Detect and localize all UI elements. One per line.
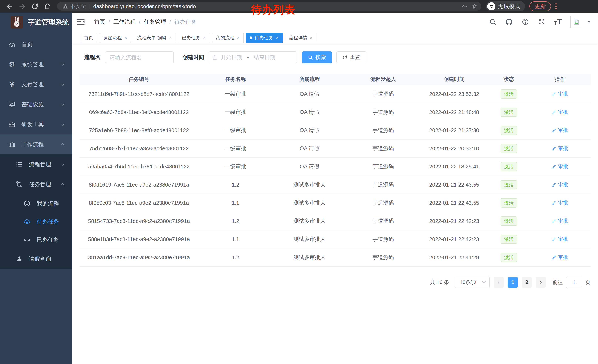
sidebar-item[interactable]: 基础设施 (0, 94, 72, 114)
page-size-select[interactable]: 10条/页 (455, 277, 490, 288)
process-starter: 芋道源码 (346, 108, 420, 116)
app-logo[interactable]: 芋道管理系统 (0, 13, 72, 32)
reset-button[interactable]: 重置 (336, 51, 366, 63)
start-date-placeholder: 开始日期 (221, 54, 242, 61)
tab[interactable]: 首页 (80, 33, 97, 43)
sidebar-item[interactable]: 首页 (0, 34, 72, 54)
status-badge: 激活 (500, 198, 517, 208)
avatar[interactable] (570, 16, 582, 28)
font-size-icon[interactable]: TT (554, 18, 562, 26)
close-icon[interactable] (310, 35, 313, 40)
sidebar-item[interactable]: 我的流程 (0, 194, 72, 212)
key-icon[interactable] (462, 3, 468, 9)
pen-icon (552, 237, 556, 242)
approve-link[interactable]: 审批 (552, 218, 568, 224)
search-icon[interactable] (489, 18, 497, 26)
sidebar-item[interactable]: ¥ 支付管理 (0, 74, 72, 94)
breadcrumb-item[interactable]: 首页 (94, 18, 105, 26)
column-header: 状态 (488, 76, 529, 83)
tab[interactable]: 流程表单-编辑 (133, 33, 176, 43)
sidebar-item[interactable]: 流程管理 (0, 154, 72, 174)
back-icon[interactable] (6, 3, 13, 10)
sidebar-item[interactable]: 研发工具 (0, 114, 72, 134)
create-time: 2022-01-22 18:25:41 (420, 164, 489, 170)
approve-link[interactable]: 审批 (552, 181, 568, 188)
incognito-label: 无痕模式 (498, 3, 520, 10)
sidebar-fold-icon[interactable] (77, 18, 85, 25)
toolbox-icon (8, 120, 16, 129)
task-table: 任务编号 任务名称 所属流程 流程发起人 创建时间 状态 操作 73211d9d… (80, 74, 590, 267)
process-name-input[interactable] (105, 51, 174, 63)
chevron-down-icon (60, 62, 65, 67)
home-icon[interactable] (44, 3, 51, 10)
close-icon[interactable] (276, 35, 279, 40)
sidebar-item[interactable]: 请假查询 (0, 249, 72, 269)
caret-down-icon[interactable] (587, 21, 591, 23)
pen-icon (552, 218, 556, 223)
incognito-icon (487, 2, 495, 10)
help-icon[interactable] (521, 18, 530, 26)
approve-link[interactable]: 审批 (552, 199, 568, 206)
approve-link[interactable]: 审批 (552, 254, 568, 260)
security-label[interactable]: 不安全 (70, 3, 86, 10)
approve-link[interactable]: 审批 (552, 90, 568, 97)
sidebar-item[interactable]: 待办任务 (0, 212, 72, 231)
chevron-down-icon (60, 122, 65, 127)
approve-link[interactable]: 审批 (552, 236, 568, 242)
sidebar-item[interactable]: 任务管理 (0, 174, 72, 194)
forward-icon[interactable] (18, 3, 26, 10)
app-frame: 芋道管理系统 首页 ⚙ 系统管理 (0, 13, 598, 364)
date-range-picker[interactable]: 开始日期 - 结束日期 (208, 51, 297, 63)
update-button[interactable]: 更新 (530, 1, 551, 11)
tab[interactable]: 我的流程 (212, 33, 244, 43)
status-badge: 激活 (500, 235, 517, 244)
create-time: 2022-01-22 20:33:10 (420, 146, 489, 152)
close-icon[interactable] (203, 35, 206, 40)
tab[interactable]: 待办任务 (246, 33, 282, 43)
page-number-button[interactable]: 1 (507, 277, 518, 288)
column-header: 所属流程 (273, 76, 346, 83)
eye-open-icon (23, 218, 31, 226)
page-number-button[interactable]: 2 (522, 277, 532, 288)
create-time: 2022-01-21 22:42:23 (420, 236, 489, 242)
breadcrumb-item[interactable]: 待办任务 (174, 18, 197, 26)
approve-link[interactable]: 审批 (552, 163, 568, 170)
process-starter: 芋道源码 (346, 90, 420, 98)
approve-link[interactable]: 审批 (552, 127, 568, 133)
approve-link[interactable]: 审批 (552, 145, 568, 152)
sidebar-item[interactable]: 工作流程 (0, 134, 72, 154)
sidebar-item[interactable]: 已办任务 (0, 231, 72, 249)
approve-link[interactable]: 审批 (552, 109, 568, 115)
process-starter: 芋道源码 (346, 254, 420, 261)
tab[interactable]: 发起流程 (99, 33, 131, 43)
github-icon[interactable] (505, 18, 513, 26)
close-icon[interactable] (169, 35, 172, 40)
flow-icon (15, 180, 23, 188)
menu-dots-icon[interactable] (555, 3, 557, 10)
close-icon[interactable] (124, 35, 127, 40)
navbar-tools: TT (489, 16, 591, 28)
reload-icon[interactable] (31, 3, 39, 10)
search-button[interactable]: 搜索 (302, 51, 332, 63)
tab[interactable]: 流程详情 (285, 33, 316, 43)
star-icon[interactable] (472, 3, 478, 9)
create-time: 2022-01-22 21:37:30 (420, 127, 489, 133)
process-starter: 芋道源码 (346, 181, 420, 188)
table-row: 381aa1dd-7ac8-11ec-a9e2-a2380e71991a 1.2… (80, 249, 590, 267)
next-page-button[interactable] (536, 277, 546, 288)
breadcrumb-item[interactable]: 工作流程 (113, 18, 136, 26)
breadcrumb-item[interactable]: 任务管理 (144, 18, 166, 26)
create-time: 2022-01-21 22:43:55 (420, 182, 489, 188)
pen-icon (552, 128, 556, 133)
annotation-overlay: 待办列表 (251, 3, 295, 17)
goto-page-input[interactable] (566, 277, 582, 288)
chevron-down-icon (60, 102, 65, 107)
close-icon[interactable] (237, 35, 240, 40)
task-name: 1.2 (198, 254, 273, 260)
table-row: 725a1eb6-7b88-11ec-8ef0-acde48001122 一级审… (80, 121, 590, 140)
sidebar-item[interactable]: ⚙ 系统管理 (0, 54, 72, 74)
column-header: 流程发起人 (346, 76, 420, 83)
fullscreen-icon[interactable] (538, 18, 546, 26)
tab[interactable]: 已办任务 (178, 33, 210, 43)
prev-page-button[interactable] (493, 277, 504, 288)
